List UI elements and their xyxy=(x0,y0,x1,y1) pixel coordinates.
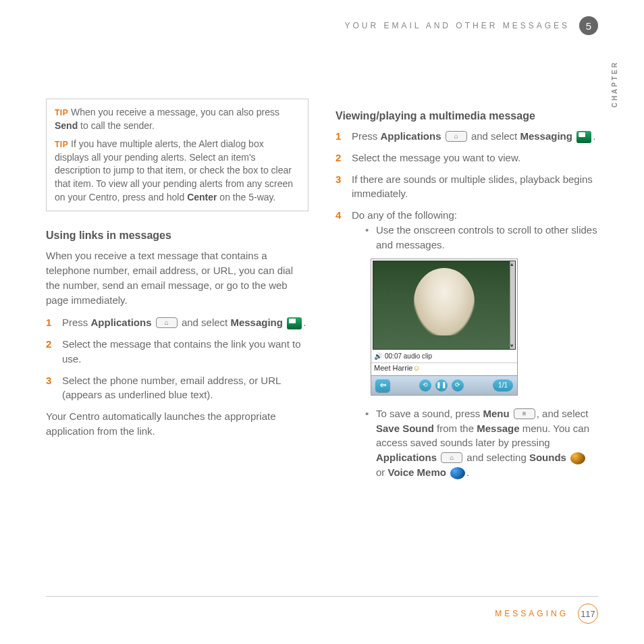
speaker-icon: 🔊 xyxy=(374,352,382,362)
slide-counter: 1/1 xyxy=(493,379,513,392)
links-intro: When you receive a text message that con… xyxy=(46,248,308,307)
step-2: 2 Select the message that contains the l… xyxy=(46,337,308,367)
next-button[interactable]: ⟳ xyxy=(452,379,464,392)
step-2: 2 Select the message you want to view. xyxy=(336,151,598,165)
section-title-links: Using links in messages xyxy=(46,227,308,243)
page-number: 117 xyxy=(578,603,598,624)
prev-button[interactable]: ⟲ xyxy=(419,379,431,392)
step-3: 3 If there are sounds or multiple slides… xyxy=(336,172,598,202)
chapter-number-badge: 5 xyxy=(579,16,598,35)
home-key-icon xyxy=(156,317,178,328)
step-1: 1 Press Applications and select Messagin… xyxy=(336,129,598,144)
step-3: 3 Select the phone number, email address… xyxy=(46,373,308,403)
tip-label: TIP xyxy=(55,140,68,149)
scrollbar[interactable] xyxy=(510,261,515,349)
messaging-icon xyxy=(287,317,302,329)
sounds-icon xyxy=(570,452,585,464)
step-4: 4 Do any of the following: Use the onscr… xyxy=(336,208,598,486)
page-header: YOUR EMAIL AND OTHER MESSAGES 5 xyxy=(344,16,598,35)
mms-photo xyxy=(373,261,516,350)
smiley-icon: ☺ xyxy=(412,364,420,372)
page-footer: MESSAGING 117 xyxy=(46,596,598,624)
header-title: YOUR EMAIL AND OTHER MESSAGES xyxy=(344,21,570,30)
mms-screenshot: 🔊 00:07 audio clip Meet Harrie☺ ⇦ ⟲ ❚❚ xyxy=(371,259,518,395)
audio-clip-meta: 🔊 00:07 audio clip xyxy=(371,351,517,363)
voice-memo-icon xyxy=(450,467,465,479)
back-button[interactable]: ⇦ xyxy=(375,379,390,392)
mms-caption: Meet Harrie☺ xyxy=(371,363,517,375)
multimedia-steps: 1 Press Applications and select Messagin… xyxy=(336,129,598,486)
chapter-side-label: CHAPTER xyxy=(611,61,618,107)
right-column: Viewing/playing a multimedia message 1 P… xyxy=(336,99,598,493)
links-outro: Your Centro automatically launches the a… xyxy=(46,409,308,439)
bullet-onscreen-controls: Use the onscreen controls to scroll to o… xyxy=(365,223,598,252)
section-title-multimedia: Viewing/playing a multimedia message xyxy=(336,108,598,124)
home-key-icon xyxy=(441,452,462,463)
home-key-icon xyxy=(446,131,467,142)
tip-label: TIP xyxy=(55,108,68,117)
footer-section-label: MESSAGING xyxy=(495,609,568,618)
mms-controls: ⇦ ⟲ ❚❚ ⟳ 1/1 xyxy=(371,375,517,395)
pause-button[interactable]: ❚❚ xyxy=(435,379,448,392)
messaging-icon xyxy=(576,131,591,143)
links-steps: 1 Press Applications and select Messagin… xyxy=(46,315,308,402)
tip-box: TIP When you receive a message, you can … xyxy=(46,99,308,211)
tip-1: TIP When you receive a message, you can … xyxy=(55,106,300,132)
tip-2: TIP If you have multiple alerts, the Ale… xyxy=(55,138,300,204)
menu-key-icon xyxy=(514,408,535,419)
left-column: TIP When you receive a message, you can … xyxy=(46,99,308,493)
step-1: 1 Press Applications and select Messagin… xyxy=(46,315,308,330)
bullet-save-sound: To save a sound, press Menu , and select… xyxy=(365,406,598,480)
